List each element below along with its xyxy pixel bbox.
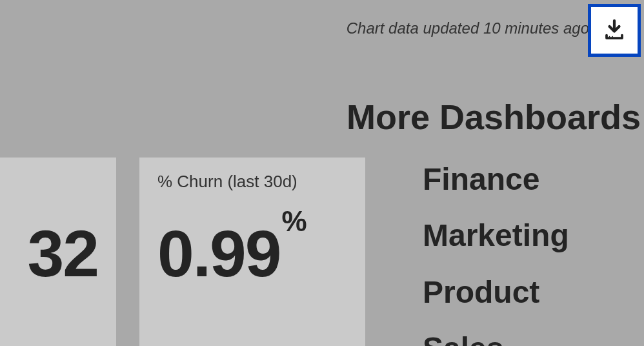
chart-update-status: Chart data updated 10 minutes ago [347,19,589,37]
dashboard-list: Finance Marketing Product Sales [347,151,641,346]
metric-card-1-value: 32 [0,221,98,287]
more-dashboards-title: More Dashboards [347,97,641,137]
dashboard-link-marketing[interactable]: Marketing [423,207,641,263]
metric-card-churn-number: 0.99 [157,217,281,290]
dashboard-link-product[interactable]: Product [423,264,641,320]
more-dashboards-section: More Dashboards Finance Marketing Produc… [347,97,641,346]
metric-card-1: er 32 [0,158,116,346]
dashboard-link-finance[interactable]: Finance [423,151,641,207]
metric-card-churn-unit: % [282,205,306,237]
metric-card-churn-label: % Churn (last 30d) [157,172,347,192]
download-button[interactable] [588,4,641,57]
svg-point-0 [609,36,610,37]
metric-card-churn-value: 0.99% [157,221,347,287]
svg-point-1 [612,36,613,37]
download-icon [603,19,626,42]
metric-card-1-label: er [0,172,98,192]
metric-card-churn: % Churn (last 30d) 0.99% [139,158,365,346]
dashboard-link-sales[interactable]: Sales [423,320,641,346]
